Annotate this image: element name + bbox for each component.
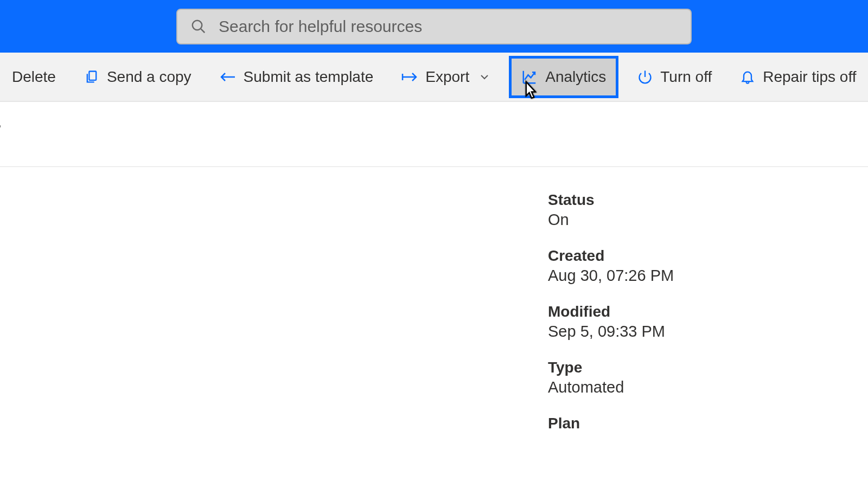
type-label: Type	[548, 359, 674, 376]
chevron-down-icon	[479, 72, 490, 82]
modified-field: Modified Sep 5, 09:33 PM	[548, 303, 674, 341]
analytics-icon	[521, 69, 538, 85]
power-icon	[637, 69, 653, 85]
turn-off-button[interactable]: Turn off	[631, 64, 718, 90]
plan-field: Plan	[548, 415, 674, 432]
send-copy-button[interactable]: Send a copy	[78, 64, 198, 90]
export-label: Export	[425, 68, 469, 86]
modified-label: Modified	[548, 303, 674, 320]
svg-point-0	[193, 20, 202, 30]
top-banner	[0, 0, 868, 53]
page-title-fragment: r	[0, 118, 1, 139]
bell-icon	[740, 69, 755, 85]
type-field: Type Automated	[548, 359, 674, 396]
submit-template-button[interactable]: Submit as template	[213, 64, 380, 90]
export-button[interactable]: Export	[395, 64, 496, 90]
turn-off-label: Turn off	[660, 68, 712, 86]
repair-tips-label: Repair tips off	[763, 68, 856, 86]
plan-label: Plan	[548, 415, 674, 432]
submit-template-label: Submit as template	[244, 68, 374, 86]
delete-label: Delete	[12, 68, 56, 86]
created-field: Created Aug 30, 07:26 PM	[548, 247, 674, 285]
repair-tips-button[interactable]: Repair tips off	[733, 64, 863, 90]
type-value: Automated	[548, 378, 674, 396]
details-pane: Status On Created Aug 30, 07:26 PM Modif…	[548, 167, 674, 451]
content-area: Status On Created Aug 30, 07:26 PM Modif…	[0, 167, 868, 451]
analytics-button[interactable]: Analytics	[512, 59, 616, 95]
analytics-label: Analytics	[545, 68, 606, 86]
modified-value: Sep 5, 09:33 PM	[548, 323, 674, 341]
created-value: Aug 30, 07:26 PM	[548, 267, 674, 285]
svg-rect-2	[89, 71, 96, 80]
svg-line-1	[201, 29, 205, 33]
heading-row: r	[0, 102, 868, 167]
delete-button[interactable]: Delete	[5, 64, 62, 90]
export-icon	[401, 72, 418, 82]
send-copy-label: Send a copy	[107, 68, 192, 86]
command-bar: Delete Send a copy Submit as template Ex…	[0, 53, 868, 102]
status-label: Status	[548, 191, 674, 209]
status-value: On	[548, 211, 674, 229]
status-field: Status On	[548, 191, 674, 229]
arrow-left-icon	[220, 72, 236, 82]
search-box[interactable]	[176, 9, 692, 44]
search-input[interactable]	[219, 17, 678, 36]
copy-icon	[84, 69, 99, 85]
left-pane	[0, 167, 548, 451]
created-label: Created	[548, 247, 674, 265]
search-icon	[190, 18, 207, 35]
